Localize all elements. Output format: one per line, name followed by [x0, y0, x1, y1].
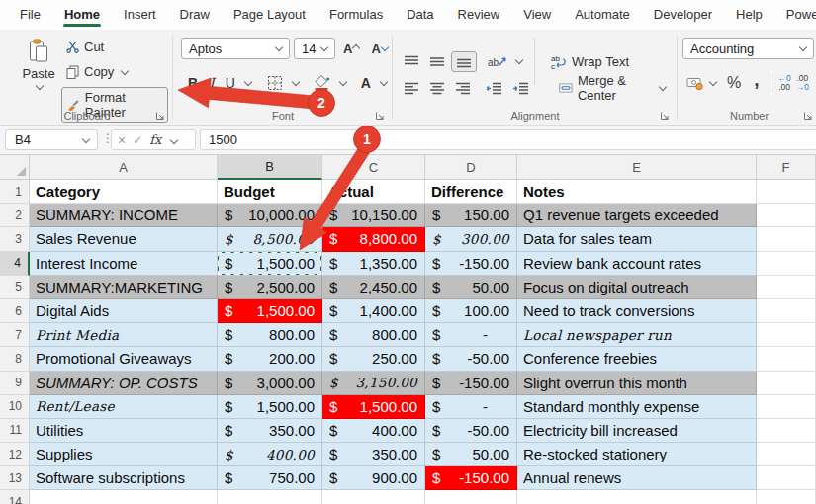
increase-indent-button[interactable]: [508, 79, 533, 98]
cell-B9[interactable]: $3,000.00: [218, 372, 322, 395]
row-header-7[interactable]: 7: [0, 323, 30, 347]
tab-power-pivot[interactable]: Power Pivot: [774, 1, 816, 29]
column-header-F[interactable]: F: [757, 155, 816, 180]
font-name-select[interactable]: Aptos: [181, 38, 290, 59]
increase-font-size-button[interactable]: A: [339, 39, 363, 59]
borders-button[interactable]: [263, 72, 287, 94]
cell-C13[interactable]: $900.00: [322, 466, 425, 490]
cell-B4[interactable]: $1,500.00: [218, 252, 322, 276]
cell-D3[interactable]: $300.00: [425, 227, 517, 251]
wrap-text-button[interactable]: ab c Wrap Text: [545, 52, 634, 71]
cell-E1[interactable]: Notes: [517, 180, 757, 204]
cell-C6[interactable]: $1,400.00: [322, 299, 425, 323]
cell-E4[interactable]: Review bank account rates: [517, 252, 757, 276]
cell-F10[interactable]: [757, 395, 816, 419]
align-right-button[interactable]: [451, 79, 475, 98]
tab-home[interactable]: Home: [52, 1, 112, 29]
row-header-2[interactable]: 2: [0, 204, 30, 227]
cell-D8[interactable]: $-50.00: [425, 347, 517, 371]
cell-D7[interactable]: $-: [425, 323, 517, 347]
name-box[interactable]: B4: [5, 129, 98, 150]
row-header-9[interactable]: 9: [0, 372, 30, 395]
number-dialog-launcher-icon[interactable]: [803, 111, 813, 121]
cell-C5[interactable]: $2,450.00: [322, 276, 425, 299]
cell-B14[interactable]: [218, 490, 322, 504]
tab-file[interactable]: File: [8, 1, 52, 29]
font-dialog-launcher-icon[interactable]: [375, 111, 385, 121]
cell-D5[interactable]: $50.00: [425, 276, 517, 299]
align-top-button[interactable]: [400, 52, 423, 71]
column-header-A[interactable]: A: [30, 155, 218, 180]
cell-C14[interactable]: [322, 490, 425, 504]
increase-decimal-button[interactable]: ←0 .00: [778, 74, 791, 92]
tab-view[interactable]: View: [511, 1, 563, 29]
cell-D4[interactable]: $-150.00: [425, 252, 517, 276]
cell-C7[interactable]: $800.00: [322, 323, 425, 347]
decrease-font-size-button[interactable]: A: [367, 39, 391, 59]
row-header-13[interactable]: 13: [0, 466, 30, 490]
cell-B1[interactable]: Budget: [218, 180, 322, 204]
row-header-4[interactable]: 4: [0, 252, 30, 276]
orientation-button[interactable]: ab: [484, 51, 511, 72]
cell-D14[interactable]: [425, 490, 517, 504]
cell-E10[interactable]: Standard monthly expense: [517, 395, 757, 419]
fill-color-dropdown-chevron-icon[interactable]: [339, 77, 347, 85]
paste-dropdown-chevron-icon[interactable]: [35, 82, 43, 90]
cell-C12[interactable]: $350.00: [322, 443, 425, 466]
cell-A10[interactable]: Rent/Lease: [30, 395, 218, 419]
cell-F6[interactable]: [757, 299, 816, 323]
align-bottom-button[interactable]: [451, 51, 477, 72]
column-header-E[interactable]: E: [517, 155, 757, 180]
cell-F1[interactable]: [757, 180, 816, 204]
font-size-select[interactable]: 14: [294, 38, 335, 59]
align-left-button[interactable]: [400, 79, 423, 98]
cell-B13[interactable]: $750.00: [218, 466, 322, 490]
cell-F4[interactable]: [757, 252, 816, 276]
row-header-8[interactable]: 8: [0, 347, 30, 371]
cell-C3[interactable]: $8,800.00: [322, 227, 425, 251]
cell-D9[interactable]: $-150.00: [425, 372, 517, 395]
fill-color-button[interactable]: [310, 71, 334, 94]
cell-D10[interactable]: $-: [425, 395, 517, 419]
cell-F14[interactable]: [757, 490, 816, 504]
decrease-indent-button[interactable]: [482, 79, 506, 98]
row-header-11[interactable]: 11: [0, 419, 30, 443]
align-middle-button[interactable]: [425, 52, 449, 71]
cell-A1[interactable]: Category: [30, 180, 218, 204]
accounting-format-chevron-icon[interactable]: [709, 78, 717, 86]
accounting-format-button[interactable]: [682, 73, 708, 94]
font-color-dropdown-chevron-icon[interactable]: [380, 77, 388, 85]
cell-E12[interactable]: Re-stocked stationery: [517, 443, 757, 466]
copy-dropdown-chevron-icon[interactable]: [121, 66, 129, 74]
alignment-dialog-launcher-icon[interactable]: [660, 111, 670, 121]
cell-B11[interactable]: $350.00: [218, 419, 322, 443]
borders-dropdown-chevron-icon[interactable]: [292, 77, 300, 85]
cell-E11[interactable]: Electricity bill increased: [517, 419, 757, 443]
number-format-select[interactable]: Accounting: [682, 38, 814, 59]
tab-review[interactable]: Review: [446, 1, 512, 29]
cell-A6[interactable]: Digital Aids: [30, 299, 218, 323]
enter-icon[interactable]: ✓: [133, 133, 142, 147]
underline-button[interactable]: U: [222, 72, 239, 94]
cell-B8[interactable]: $200.00: [218, 347, 322, 371]
cell-A2[interactable]: SUMMARY: INCOME: [30, 204, 218, 227]
underline-dropdown-chevron-icon[interactable]: [244, 77, 252, 85]
cell-E13[interactable]: Annual renews: [517, 466, 757, 490]
cell-B2[interactable]: $10,000.00: [218, 204, 322, 227]
cancel-icon[interactable]: ×: [118, 132, 126, 148]
cell-E14[interactable]: [517, 490, 757, 504]
row-header-3[interactable]: 3: [0, 227, 30, 251]
orientation-dropdown-chevron-icon[interactable]: [515, 56, 523, 64]
cell-F7[interactable]: [757, 323, 816, 347]
row-header-12[interactable]: 12: [0, 443, 30, 466]
cell-F11[interactable]: [757, 419, 816, 443]
tab-automate[interactable]: Automate: [563, 1, 642, 29]
paste-button[interactable]: Paste: [16, 35, 61, 116]
select-all-corner[interactable]: [0, 155, 30, 180]
cell-F8[interactable]: [757, 347, 816, 371]
cell-F9[interactable]: [757, 372, 816, 395]
row-header-1[interactable]: 1: [0, 180, 30, 204]
font-color-button[interactable]: A: [357, 72, 375, 94]
cell-F13[interactable]: [757, 466, 816, 490]
cell-F3[interactable]: [757, 227, 816, 251]
